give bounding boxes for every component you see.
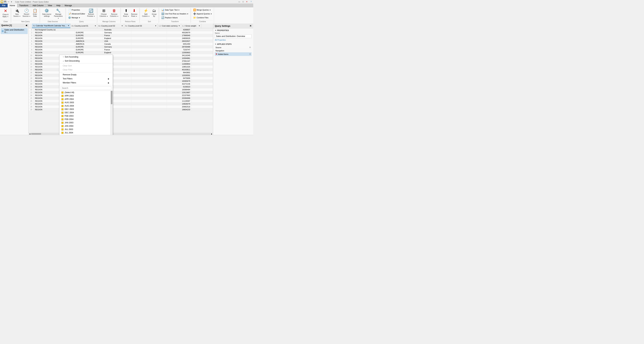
filter-checkbox[interactable] — [62, 125, 64, 127]
minimize-btn[interactable]: — — [237, 0, 241, 3]
column-header-1[interactable]: Aα Country.Level 01 ▼ — [70, 24, 97, 28]
step-item-source[interactable]: Source⚙ — [215, 46, 252, 49]
sort-descending-menu-item[interactable]: ↓ Sort Descending — [59, 59, 113, 63]
tab-transform[interactable]: Transform — [17, 4, 30, 8]
filter-list-item[interactable]: JUN 2003 — [59, 134, 110, 135]
filter-list-item[interactable]: APR 2004 — [59, 98, 110, 101]
filter-checkbox[interactable] — [62, 108, 64, 110]
maximize-btn[interactable]: □ — [242, 0, 245, 3]
data-source-settings-button[interactable]: ⚙️ Data sourcesettings — [42, 8, 52, 18]
remove-empty-menu-item[interactable]: Remove Empty — [59, 73, 113, 77]
filter-checkbox[interactable] — [62, 98, 64, 100]
quick-access-undo[interactable]: ↩ — [8, 1, 9, 3]
sort-ascending-menu-item[interactable]: ↑ Sort Ascending — [59, 55, 113, 59]
data-type-button[interactable]: 📊 Data Type: Text ▼ — [160, 8, 189, 12]
quick-access-save[interactable]: 💾 — [4, 1, 6, 3]
filter-search-input[interactable] — [61, 86, 111, 90]
step-gear-icon[interactable]: ⚙ — [249, 46, 251, 49]
tab-manage[interactable]: Manage — [62, 4, 74, 8]
filter-checkbox[interactable] — [62, 105, 64, 107]
text-filters-menu-item[interactable]: Text Filters ▶ — [59, 77, 113, 81]
recent-sources-button[interactable]: 🕐 RecentSources ▼ — [22, 8, 31, 18]
enter-data-button[interactable]: 📋 EnterData — [32, 8, 38, 18]
filter-checkbox[interactable] — [62, 132, 64, 134]
filter-checkbox[interactable] — [62, 128, 64, 131]
scrollbar-thumb[interactable] — [111, 91, 112, 104]
remove-columns-button[interactable]: 🗑 RemoveColumns ▼ — [109, 8, 119, 18]
col-sort-arrow-1[interactable]: ▼ — [94, 25, 96, 27]
col-sort-arrow-3[interactable]: ▼ — [155, 25, 156, 27]
step-gear-icon[interactable]: ⚙ — [249, 53, 251, 55]
all-properties-link[interactable]: All Properties — [215, 39, 226, 41]
tab-home[interactable]: Home — [8, 4, 17, 8]
remove-rows-button[interactable]: ⬇ RemoveRows ▼ — [130, 8, 138, 18]
filter-list-item[interactable]: AUG 2004 — [59, 104, 110, 108]
column-header-3[interactable]: Aα Country.Level 03 ▼ — [124, 24, 158, 28]
filter-list-item[interactable]: JUL 2004 — [59, 131, 110, 134]
merge-queries-button[interactable]: 🔀 Merge Queries ▼ — [192, 8, 213, 12]
filter-checkbox[interactable] — [62, 118, 64, 121]
tab-add-column[interactable]: Add Column — [30, 4, 46, 8]
choose-columns-button[interactable]: ⊞ ChooseColumns ▼ — [99, 8, 109, 18]
column-header-4[interactable]: 1.2 Cost stats currency ▼ — [158, 24, 181, 28]
settings-close-icon[interactable]: ✕ — [250, 25, 252, 27]
filter-list-item[interactable]: (Select All) — [59, 91, 110, 94]
step-item-added-items[interactable]: ✕Added Items⚙ — [215, 52, 252, 56]
tab-file[interactable]: File — [0, 4, 8, 8]
col-sort-arrow-0[interactable]: ▼ — [68, 25, 69, 27]
horizontal-scrollbar[interactable]: ◀ ▶ — [28, 133, 213, 135]
column-header-0[interactable]: Aα Calendar Year/Month.Calendar Year/Mon… — [32, 24, 70, 28]
append-queries-button[interactable]: ➕ Append Queries ▼ — [192, 12, 213, 16]
scroll-left-arrow[interactable]: ◀ — [29, 133, 30, 135]
column-header-5[interactable]: 1.2 Gross weight ▼ — [181, 24, 201, 28]
manage-parameters-button[interactable]: 🔧 ManageParameters ▼ — [52, 8, 64, 20]
split-column-button[interactable]: ⚡ SplitColumn ▼ — [141, 8, 150, 18]
filter-list-item[interactable]: FEB 2004 — [59, 118, 110, 121]
col-sort-arrow-5[interactable]: ▼ — [198, 25, 200, 27]
query-name-input[interactable] — [215, 35, 252, 38]
col-sort-arrow-2[interactable]: ▼ — [122, 25, 123, 27]
column-header-2[interactable]: Aα Country.Level 02 ▼ — [97, 24, 124, 28]
scroll-thumb[interactable] — [31, 133, 41, 135]
replace-values-button[interactable]: 🔄 Replace Values — [160, 16, 189, 20]
queries-collapse-icon[interactable]: ◀ — [26, 24, 27, 27]
member-filters-menu-item[interactable]: Member Filters ▶ — [59, 81, 113, 85]
filter-item-label: (Select All) — [64, 91, 74, 94]
filter-list-item[interactable]: DEC 2004 — [59, 111, 110, 114]
filter-checkbox[interactable] — [62, 115, 64, 117]
tab-help[interactable]: Help — [54, 4, 63, 8]
step-delete-icon[interactable]: ✕ — [216, 53, 217, 55]
group-by-button[interactable]: 🗂 GroupBy — [151, 8, 158, 18]
scroll-right-arrow[interactable]: ▶ — [211, 133, 212, 135]
filter-checkbox[interactable] — [62, 95, 64, 97]
close-btn[interactable]: ✕ — [245, 0, 248, 3]
filter-checkbox[interactable] — [62, 102, 64, 104]
filter-checkbox[interactable] — [62, 122, 64, 124]
filter-list-item[interactable]: FEB 2003 — [59, 114, 110, 118]
keep-rows-button[interactable]: ⬆ KeepRows ▼ — [122, 8, 130, 18]
properties-button[interactable]: 📄 Properties — [67, 8, 86, 12]
combine-files-button[interactable]: 📁 Combine Files — [192, 16, 213, 20]
filter-list-item[interactable]: JAN 2003 — [59, 121, 110, 124]
data-table-wrapper[interactable]: 1Not Assigned Country (s)Australia426860… — [28, 28, 213, 133]
close-apply-button[interactable]: ✕ Close &Apply ▼ — [2, 8, 10, 18]
query-item-sales[interactable]: ⊞ Sales and Distribution: O... — [1, 28, 28, 34]
filter-list-item[interactable]: DEC 2003 — [59, 108, 110, 111]
manage-query-button[interactable]: ⚙️ Manage ▼ — [67, 16, 86, 20]
filter-list-item[interactable]: JAN 2004 — [59, 124, 110, 128]
filter-list[interactable]: (Select All)APR 2003APR 2004AUG 2003AUG … — [59, 91, 113, 135]
filter-list-item[interactable]: APR 2003 — [59, 94, 110, 98]
col-sort-arrow-4[interactable]: ▼ — [178, 25, 180, 27]
refresh-preview-button[interactable]: 🔄 RefreshPreview ▼ — [86, 8, 96, 18]
advanced-editor-button[interactable]: 📝 Advanced Editor — [67, 12, 86, 16]
filter-list-item[interactable]: JUL 2003 — [59, 128, 110, 131]
help-btn[interactable]: ? — [250, 0, 252, 3]
tab-view[interactable]: View — [46, 4, 54, 8]
filter-checkbox[interactable] — [62, 112, 64, 114]
new-source-button[interactable]: 🔌 NewSource ▼ — [12, 8, 21, 18]
filter-checkbox[interactable] — [62, 92, 64, 94]
step-item-navigation[interactable]: Navigation — [215, 49, 252, 52]
filter-list-item[interactable]: AUG 2003 — [59, 101, 110, 104]
quick-access-dropdown[interactable]: ▼ — [10, 1, 12, 3]
use-first-row-button[interactable]: 🔠 Use First Row as Headers ▼ — [160, 12, 189, 16]
